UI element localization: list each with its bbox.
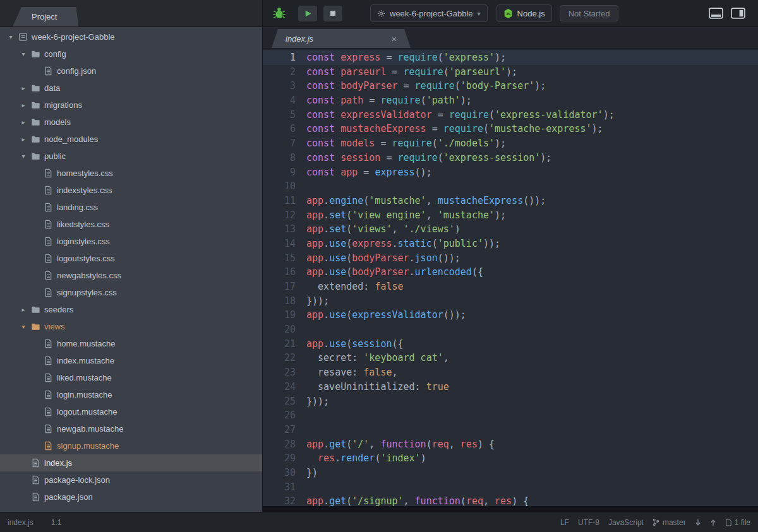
code-line-17[interactable]: 17 extended: false — [263, 280, 758, 294]
code-line-10[interactable]: 10 — [263, 179, 758, 194]
runtime-chip[interactable]: JS Node.js — [496, 4, 552, 22]
line-number: 7 — [263, 136, 306, 151]
code-line-5[interactable]: 5const expressValidator = require('expre… — [263, 108, 758, 122]
code-line-25[interactable]: 25})); — [263, 394, 758, 409]
code-text: secret: 'keyboard cat', — [306, 351, 449, 365]
code-line-2[interactable]: 2const parseurl = require('parseurl'); — [263, 65, 758, 80]
tree-collapsed-arrow-icon[interactable]: ▸ — [18, 306, 29, 313]
tree-item-index.mustache[interactable]: index.mustache — [0, 352, 262, 369]
line-ending-widget[interactable]: LF — [560, 518, 569, 527]
tree-item-signup.mustache[interactable]: signup.mustache — [0, 437, 262, 454]
tree-collapsed-arrow-icon[interactable]: ▸ — [18, 136, 29, 143]
tree-item-likedstyles.css[interactable]: likedstyles.css — [0, 216, 262, 233]
stop-button[interactable] — [323, 6, 342, 21]
tree-item-logoutstyles.css[interactable]: logoutstyles.css — [0, 250, 262, 267]
code-line-23[interactable]: 23 resave: false, — [263, 365, 758, 380]
tree-item-package.json[interactable]: package.json — [0, 488, 262, 505]
code-line-6[interactable]: 6const mustacheExpress = require('mustac… — [263, 122, 758, 136]
tree-item-newgab.mustache[interactable]: newgab.mustache — [0, 420, 262, 437]
tree-item-homestyles.css[interactable]: homestyles.css — [0, 165, 262, 182]
code-line-1[interactable]: 1const express = require('express'); — [263, 50, 758, 65]
line-number: 27 — [263, 423, 306, 437]
file-icon — [42, 66, 54, 76]
code-line-7[interactable]: 7const models = require('./models'); — [263, 136, 758, 151]
tree-expanded-arrow-icon[interactable]: ▾ — [18, 323, 29, 330]
git-branch-widget[interactable]: master — [653, 518, 686, 527]
code-line-29[interactable]: 29 res.render('index') — [263, 451, 758, 466]
close-tab-icon[interactable]: × — [391, 33, 397, 44]
code-line-21[interactable]: 21app.use(session({ — [263, 337, 758, 352]
tree-expanded-arrow-icon[interactable]: ▾ — [18, 50, 29, 57]
code-line-26[interactable]: 26 — [263, 408, 758, 423]
code-line-22[interactable]: 22 secret: 'keyboard cat', — [263, 351, 758, 365]
code-line-27[interactable]: 27 — [263, 423, 758, 437]
run-configuration-select[interactable]: week-6-project-Gabble ▾ — [370, 4, 488, 22]
tree-item-week-6-project-Gabble[interactable]: ▾week-6-project-Gabble — [0, 28, 262, 45]
project-tool-window-tab[interactable]: Project — [13, 7, 78, 27]
tree-collapsed-arrow-icon[interactable]: ▸ — [18, 102, 29, 109]
tree-item-public[interactable]: ▾public — [0, 148, 262, 165]
code-line-8[interactable]: 8const session = require('express-sessio… — [263, 151, 758, 165]
code-line-3[interactable]: 3const bodyParser = require('body-Parser… — [263, 79, 758, 93]
language-widget[interactable]: JavaScript — [608, 518, 644, 527]
code-line-31[interactable]: 31 — [263, 480, 758, 495]
tree-item-login.mustache[interactable]: login.mustache — [0, 386, 262, 403]
tree-item-index.js[interactable]: index.js — [0, 454, 262, 471]
tree-item-label: config.json — [57, 66, 96, 76]
tree-item-signupstyles.css[interactable]: signupstyles.css — [0, 284, 262, 301]
tree-item-data[interactable]: ▸data — [0, 80, 262, 97]
code-text: const parseurl = require('parseurl'); — [306, 65, 517, 80]
git-push-arrow-icon[interactable] — [710, 519, 716, 526]
tree-item-loginstyles.css[interactable]: loginstyles.css — [0, 233, 262, 250]
tree-item-indexstyles.css[interactable]: indexstyles.css — [0, 182, 262, 199]
layout-right-panel-icon[interactable] — [731, 8, 745, 19]
code-line-16[interactable]: 16app.use(bodyParser.urlencoded({ — [263, 265, 758, 280]
tree-expanded-arrow-icon[interactable]: ▾ — [18, 153, 29, 160]
code-line-18[interactable]: 18})); — [263, 294, 758, 309]
code-line-30[interactable]: 30}) — [263, 466, 758, 480]
tree-item-package-lock.json[interactable]: package-lock.json — [0, 471, 262, 488]
code-line-15[interactable]: 15app.use(bodyParser.json()); — [263, 251, 758, 266]
tree-item-views[interactable]: ▾views — [0, 318, 262, 335]
tree-expanded-arrow-icon[interactable]: ▾ — [5, 33, 16, 40]
code-line-14[interactable]: 14app.use(express.static('public')); — [263, 237, 758, 251]
tree-item-config.json[interactable]: config.json — [0, 62, 262, 80]
code-text: app.use(session({ — [306, 337, 404, 352]
code-line-28[interactable]: 28app.get('/', function(req, res) { — [263, 437, 758, 452]
tree-item-models[interactable]: ▸models — [0, 114, 262, 131]
code-line-11[interactable]: 11app.engine('mustache', mustacheExpress… — [263, 194, 758, 208]
tree-item-home.mustache[interactable]: home.mustache — [0, 335, 262, 352]
tree-item-seeders[interactable]: ▸seeders — [0, 301, 262, 318]
main-area: ▾week-6-project-Gabble▾configconfig.json… — [0, 27, 758, 512]
tree-item-label: homestyles.css — [57, 168, 113, 178]
layout-bottom-panel-icon[interactable] — [709, 8, 723, 19]
tree-item-newgabstyles.css[interactable]: newgabstyles.css — [0, 267, 262, 284]
status-bar: index.js 1:1 LF UTF-8 JavaScript master — [0, 512, 758, 532]
tree-item-node_modules[interactable]: ▸node_modules — [0, 131, 262, 148]
tree-item-config[interactable]: ▾config — [0, 45, 262, 62]
changed-files-widget[interactable]: 1 file — [725, 518, 750, 527]
code-line-12[interactable]: 12app.set('view engine', 'mustache'); — [263, 208, 758, 223]
code-line-24[interactable]: 24 saveUninitialized: true — [263, 380, 758, 394]
editor-tab-index-js[interactable]: index.js × — [272, 29, 411, 48]
line-number: 17 — [263, 280, 306, 294]
code-line-4[interactable]: 4const path = require('path'); — [263, 93, 758, 108]
tree-item-liked.mustache[interactable]: liked.mustache — [0, 369, 262, 386]
tree-collapsed-arrow-icon[interactable]: ▸ — [18, 85, 29, 92]
tree-item-migrations[interactable]: ▸migrations — [0, 97, 262, 114]
code-line-13[interactable]: 13app.set('views', './views') — [263, 222, 758, 237]
file-count-icon — [725, 519, 731, 526]
line-number: 6 — [263, 122, 306, 136]
git-pull-arrow-icon[interactable] — [695, 519, 701, 526]
encoding-widget[interactable]: UTF-8 — [578, 518, 599, 527]
code-line-9[interactable]: 9const app = express(); — [263, 165, 758, 180]
tree-item-landing.css[interactable]: landing.css — [0, 199, 262, 216]
code-line-20[interactable]: 20 — [263, 322, 758, 337]
code-text: app.use(express.static('public')); — [306, 237, 500, 251]
caret-position-widget[interactable]: 1:1 — [51, 518, 62, 527]
not-started-button[interactable]: Not Started — [560, 5, 619, 21]
tree-item-logout.mustache[interactable]: logout.mustache — [0, 403, 262, 420]
tree-collapsed-arrow-icon[interactable]: ▸ — [18, 119, 29, 126]
run-button[interactable] — [298, 6, 317, 21]
code-line-19[interactable]: 19app.use(expressValidator()); — [263, 308, 758, 322]
